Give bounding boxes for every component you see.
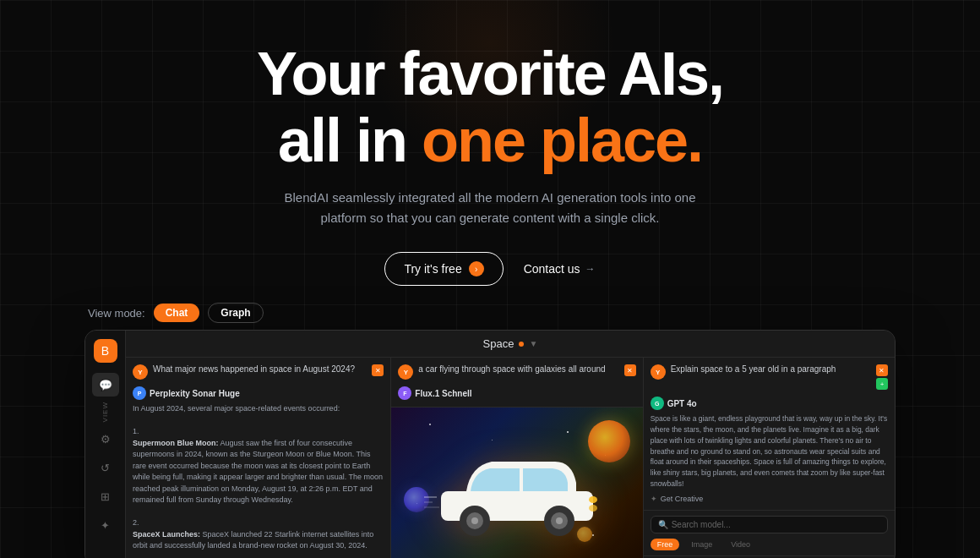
sidebar-history-icon[interactable]: ↺ <box>92 457 119 480</box>
col1-close-button[interactable]: ✕ <box>372 364 384 376</box>
model-tabs: Free Image Video <box>651 539 888 550</box>
col1-ai-name-row: P Perplexity Sonar Huge <box>133 386 384 400</box>
sidebar-grid-icon[interactable]: ⊞ <box>92 485 119 509</box>
chat-mode-button[interactable]: Chat <box>154 304 200 322</box>
col3-chat: Y Explain space to a 5 year old in a par… <box>644 358 895 510</box>
col1-user-avatar: Y <box>133 364 148 380</box>
col1-chat: Y What major news happened in space in A… <box>126 358 391 558</box>
hero-section: Your favorite AIs, all in one place. Ble… <box>0 0 980 303</box>
col1-item2-title: SpaceX Launches: <box>133 530 200 539</box>
col2-user-message: Y a car flying through space with galaxi… <box>398 364 635 380</box>
col3-user-avatar: Y <box>651 364 666 380</box>
app-header: Space ▼ <box>126 331 895 358</box>
col2-user-text: a car flying through space with galaxies… <box>418 364 618 374</box>
try-free-label: Try it's free <box>404 262 461 276</box>
settings-icon: ⚙ <box>101 433 111 446</box>
header-title: Space <box>483 337 514 350</box>
get-creative-icon: ✦ <box>651 495 657 503</box>
col2-ai-avatar: F <box>398 386 411 400</box>
contact-us-button[interactable]: Contact us → <box>524 262 596 276</box>
col3-ai-name: GPT 4o <box>667 399 697 408</box>
app-preview: View mode: Chat Graph B 💬 View ⚙ ↺ ⊞ ✦ <box>84 303 896 558</box>
col2-image-area <box>391 408 642 558</box>
model-search-area: 🔍 Search model... Free Image Video <box>644 511 895 556</box>
app-window: B 💬 View ⚙ ↺ ⊞ ✦ Space ▼ <box>84 330 896 558</box>
car-illustration <box>424 436 610 538</box>
col3-get-creative[interactable]: ✦ Get Creative <box>651 495 888 503</box>
header-dot <box>519 342 524 347</box>
columns-area: Y What major news happened in space in A… <box>126 358 895 558</box>
model-tab-image[interactable]: Image <box>684 539 719 550</box>
try-free-button[interactable]: Try it's free › <box>384 252 503 286</box>
col1-item1-title: Supermoon Blue Moon: <box>133 439 219 447</box>
hero-title: Your favorite AIs, all in one place. <box>0 41 980 174</box>
gear-icon: ✦ <box>101 519 110 532</box>
try-free-arrow-icon: › <box>469 261 484 276</box>
model-search-input[interactable]: Search model... <box>672 520 880 529</box>
hero-title-line1: Your favorite AIs, <box>257 40 723 107</box>
svg-point-7 <box>589 496 597 503</box>
hero-title-line2: all in one place. <box>278 107 702 174</box>
view-mode-bar: View mode: Chat Graph <box>84 303 896 323</box>
col3-action-buttons: ✕ + <box>876 364 888 390</box>
contact-label: Contact us <box>524 262 580 276</box>
view-mode-label: View mode: <box>88 307 145 320</box>
star-3 <box>567 431 569 433</box>
col3-user-text: Explain space to a 5 year old in a parag… <box>671 364 871 374</box>
contact-arrow-icon: → <box>585 263 596 275</box>
col2-image: Y a car flying through space with galaxi… <box>391 358 643 558</box>
svg-point-6 <box>556 517 563 524</box>
col1-ai-name: Perplexity Sonar Huge <box>150 389 240 398</box>
col1-item1-text: August saw the first of four consecutive… <box>133 439 383 505</box>
hero-buttons: Try it's free › Contact us → <box>0 252 980 286</box>
col1-intro: In August 2024, several major space-rela… <box>133 404 340 413</box>
sidebar-chat-icon[interactable]: 💬 <box>92 373 119 397</box>
col1-user-text: What major news happened in space in Aug… <box>153 364 367 374</box>
col3-close-button[interactable]: ✕ <box>876 364 888 376</box>
col3-ai-name-row: G GPT 4o <box>651 397 888 410</box>
sidebar-logo[interactable]: B <box>94 339 117 363</box>
sidebar-gear-icon[interactable]: ✦ <box>92 514 119 538</box>
app-sidebar: B 💬 View ⚙ ↺ ⊞ ✦ <box>85 331 126 558</box>
col1-ai-text: In August 2024, several major space-rela… <box>133 403 384 558</box>
hero-subtitle: BlendAI seamlessly integrated all the mo… <box>279 188 701 228</box>
svg-point-3 <box>471 517 478 524</box>
svg-point-8 <box>589 505 597 512</box>
model-tab-free[interactable]: Free <box>651 539 680 550</box>
col3-right: Y Explain space to a 5 year old in a par… <box>644 358 895 558</box>
graph-mode-button[interactable]: Graph <box>208 303 263 323</box>
sidebar-settings-icon[interactable]: ⚙ <box>92 428 119 451</box>
col2-user-avatar: Y <box>398 364 413 380</box>
col1-ai-response: P Perplexity Sonar Huge In August 2024, … <box>133 386 384 558</box>
grid-icon: ⊞ <box>101 490 110 503</box>
col1-ai-avatar: P <box>133 386 146 400</box>
col3-user-message: Y Explain space to a 5 year old in a par… <box>651 364 888 390</box>
col3-ai-text: Space is like a giant, endless playgroun… <box>651 413 888 489</box>
col2-close-button[interactable]: ✕ <box>624 364 636 376</box>
app-main: Space ▼ Y What major news happened in sp… <box>126 331 895 558</box>
col3-ai-avatar: G <box>651 397 664 410</box>
hero-title-accent: one place. <box>422 107 702 174</box>
model-tab-video[interactable]: Video <box>724 539 757 550</box>
sidebar-view-label: View <box>101 402 109 422</box>
get-creative-label: Get Creative <box>661 495 704 503</box>
header-chevron-icon[interactable]: ▼ <box>529 339 537 348</box>
chat-icon: 💬 <box>99 379 112 391</box>
model-search-icon: 🔍 <box>658 520 668 529</box>
col2-ai-name: Flux.1 Schnell <box>415 389 471 398</box>
col2-header: Y a car flying through space with galaxi… <box>391 358 642 408</box>
star-1 <box>429 424 431 425</box>
col2-ai-name-row: F Flux.1 Schnell <box>398 386 635 400</box>
col1-user-message: Y What major news happened in space in A… <box>133 364 384 380</box>
history-icon: ↺ <box>101 462 110 474</box>
col3-add-button[interactable]: + <box>876 378 888 390</box>
hero-title-normal: all in <box>278 107 422 174</box>
model-search-row[interactable]: 🔍 Search model... <box>651 516 888 533</box>
